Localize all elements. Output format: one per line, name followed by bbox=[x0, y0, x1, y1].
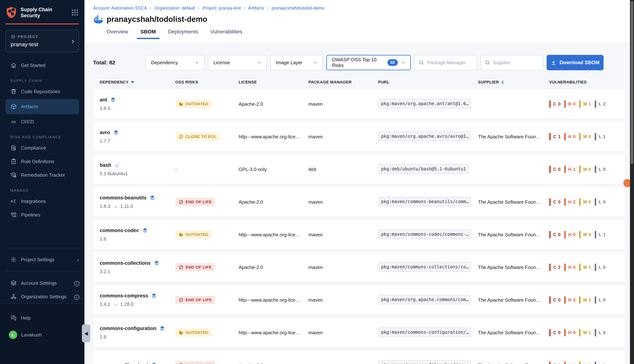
filter-count-badge: 02 bbox=[387, 59, 398, 66]
dependency-name: commons-compress bbox=[100, 293, 148, 299]
sidebar-item-organization-settings[interactable]: Organization Settings bbox=[0, 290, 85, 304]
oss-risk-badge: OUTDATED bbox=[175, 100, 212, 108]
table-row-ant[interactable]: ant 1.6.5 OUTDATED Apache-2.0 maven pkg:… bbox=[93, 89, 625, 119]
dependency-name: avro bbox=[100, 130, 110, 136]
tab-sbom[interactable]: SBOM bbox=[139, 29, 157, 39]
breadcrumb-link[interactable]: Project: pranay-test bbox=[203, 6, 241, 11]
breadcrumb-separator: › bbox=[150, 5, 151, 11]
oss-risk-cell: OUTDATED bbox=[175, 328, 239, 337]
filter-dropdown-license[interactable]: License bbox=[208, 55, 267, 70]
vulnerabilities-cell: C1H0M0L1 bbox=[549, 133, 625, 140]
column-label: OSS RISKS bbox=[175, 80, 198, 84]
column-header-supplier[interactable]: SUPPLIER bbox=[478, 80, 549, 84]
breadcrumb-link[interactable]: Artifacts bbox=[248, 6, 264, 11]
dependency-version: 3.2.1 bbox=[100, 269, 175, 274]
sidebar-item-remediation-tracker[interactable]: Remediation Tracker bbox=[0, 168, 85, 182]
purl-value[interactable]: pkg:maven/commons-collections/co… bbox=[378, 262, 471, 272]
dependency-name: bash bbox=[100, 162, 111, 168]
filter-dropdown-image-layer[interactable]: Image Layer bbox=[270, 55, 323, 70]
sidebar-item-help[interactable]: Help bbox=[0, 311, 85, 325]
sidebar-item-pipelines[interactable]: Pipelines bbox=[0, 208, 85, 222]
sidebar-item-account-settings[interactable]: Account Settings bbox=[0, 276, 85, 290]
license-cell: http---www.apache.org-lice… bbox=[239, 330, 308, 336]
oss-risk-cell: END OF LIFE bbox=[175, 198, 239, 206]
sidebar-item-ci-cd[interactable]: ∞CI/CD bbox=[0, 115, 85, 128]
dependency-cell: commons-compress 1.4.1→1.28.0 bbox=[100, 293, 175, 307]
sidebar-item-artifacts[interactable]: Artifacts bbox=[6, 99, 79, 114]
download-sbom-button[interactable]: Download SBOM bbox=[547, 55, 603, 70]
vulnerabilities-cell: C0H0M0L1 bbox=[549, 231, 625, 238]
table-row-bash[interactable]: bash 5.1-6ubuntu1 - GPL-3.0-only deb pkg… bbox=[93, 155, 625, 184]
table-row-avro[interactable]: avro 1.7.7 CLOSE TO EOL http---www.apach… bbox=[93, 122, 625, 151]
sbom-content: Total: 82 DependencyLicenseImage LayerOW… bbox=[85, 55, 634, 364]
vuln-count-low: L0 bbox=[595, 166, 605, 173]
table-row-commons-codec[interactable]: commons-codec 1.6 OUTDATED http---www.ap… bbox=[93, 220, 625, 249]
sidebar-section-label: RISK AND COMPLIANCE bbox=[0, 128, 85, 141]
app-window: Supply Chain Security PROJECT pranay-tes… bbox=[0, 0, 634, 364]
oss-risk-badge: OUTDATED bbox=[175, 230, 212, 239]
purl-value[interactable]: pkg:deb/ubuntu/bash@5.1-6ubuntu1 bbox=[378, 164, 469, 174]
dependency-cell: commons-fileupload bbox=[100, 362, 175, 364]
sidebar-item-compliance[interactable]: Compliance bbox=[0, 141, 85, 155]
sidebar-item-get-started[interactable]: Get Started bbox=[0, 58, 85, 72]
table-row-commons-beanutils[interactable]: commons-beanutils 1.8.3→1.11.0 END OF LI… bbox=[93, 187, 625, 217]
help-chat-icon bbox=[10, 315, 17, 321]
sidebar: Supply Chain Security PROJECT pranay-tes… bbox=[0, 0, 85, 364]
breadcrumb-link[interactable]: pranaycshah/todolist-demo bbox=[271, 6, 324, 11]
purl-cell: pkg:maven/org.apache.avro/avro@1… bbox=[378, 132, 478, 142]
breadcrumb-separator: › bbox=[267, 5, 269, 11]
license-cell: Apache-2.0 bbox=[239, 199, 308, 205]
sidebar-item-code-repositories[interactable]: Code Repositories bbox=[0, 85, 85, 98]
supplier-cell: The Apache Software Foun… bbox=[478, 232, 549, 238]
breadcrumb-link[interactable]: Organization: default bbox=[154, 6, 195, 11]
table-row-commons-compress[interactable]: commons-compress 1.4.1→1.28.0 END OF LIF… bbox=[93, 285, 625, 315]
dependency-version: 1.7.7 bbox=[100, 138, 175, 144]
column-label: VULNERABILITIES bbox=[549, 80, 587, 84]
table-row-commons-configuration[interactable]: commons-configuration 1.6 OUTDATED http-… bbox=[93, 318, 625, 347]
info-icon[interactable] bbox=[74, 294, 79, 300]
dependency-cell: commons-collections 3.2.1 bbox=[100, 260, 175, 274]
module-grid-icon[interactable] bbox=[71, 8, 79, 16]
sort-toggle-icon[interactable] bbox=[501, 80, 504, 84]
vuln-count-low: L1 bbox=[595, 231, 605, 238]
purl-value[interactable]: pkg:maven/commons-codec/commons-… bbox=[378, 230, 471, 239]
purl-cell: pkg:maven/commons-codec/commons-… bbox=[378, 230, 478, 240]
oss-risk-cell: END OF LIFE bbox=[175, 263, 239, 272]
filter-dropdown-owasp-oss-top-10-risks[interactable]: OWASP OSS Top 10 Risks02 bbox=[326, 55, 411, 70]
dependency-cell: avro 1.7.7 bbox=[100, 130, 175, 144]
purl-value[interactable]: pkg:maven/commons-configuration/… bbox=[378, 328, 471, 337]
dropdown-label: Image Layer bbox=[276, 60, 310, 66]
sidebar-item-integrations[interactable]: Integrations bbox=[0, 194, 85, 208]
sidebar-item-project-settings[interactable]: Project Settings› bbox=[0, 253, 85, 266]
page-scrollbar-thumb[interactable] bbox=[631, 1, 633, 164]
purl-value[interactable]: pkg:maven/org.apache.ant/ant@1.6… bbox=[378, 99, 471, 108]
brand-divider bbox=[6, 24, 79, 24]
license-cell: Apache-2.0 bbox=[239, 362, 308, 364]
sidebar-item-rule-definitions[interactable]: Rule Definitions bbox=[0, 155, 85, 168]
oss-risk-cell: OUTDATED bbox=[175, 230, 239, 239]
purl-value[interactable]: pkg:maven/commons-fileupload/com… bbox=[378, 360, 471, 364]
sidebar-nav: Get StartedSUPPLY CHAINCode Repositories… bbox=[0, 58, 85, 243]
column-header-dependency[interactable]: DEPENDENCY bbox=[100, 80, 175, 84]
dropdown-label: License bbox=[214, 60, 254, 66]
purl-value[interactable]: pkg:maven/commons-beanutils/comm… bbox=[378, 197, 471, 206]
tab-overview[interactable]: Overview bbox=[106, 29, 129, 39]
sidebar-item-label: Remediation Tracker bbox=[21, 172, 65, 178]
sidebar-item-label: Rule Definitions bbox=[21, 159, 54, 164]
table-row-commons-fileupload[interactable]: commons-fileupload END OF LIFE Apache-2.… bbox=[93, 350, 625, 364]
breadcrumb-link[interactable]: Account: Automation-SSCA bbox=[93, 6, 147, 11]
sort-desc-icon[interactable] bbox=[131, 81, 134, 83]
vuln-count-high: H1 bbox=[564, 166, 576, 173]
info-icon[interactable] bbox=[74, 280, 79, 286]
vuln-count-critical: C0 bbox=[549, 166, 560, 173]
filter-dropdown-dependency[interactable]: Dependency bbox=[146, 55, 204, 70]
oss-risk-none: - bbox=[175, 166, 177, 172]
project-selector[interactable]: PROJECT pranay-test › bbox=[6, 30, 79, 52]
table-row-commons-collections[interactable]: commons-collections 3.2.1 END OF LIFE Ap… bbox=[93, 253, 625, 282]
tab-vulnerabilities[interactable]: Vulnerabilities bbox=[209, 29, 243, 39]
tab-deployments[interactable]: Deployments bbox=[167, 29, 199, 39]
purl-value[interactable]: pkg:maven/org.apache.commons/com… bbox=[378, 295, 471, 304]
purl-value[interactable]: pkg:maven/org.apache.avro/avro@1… bbox=[378, 132, 471, 141]
user-menu[interactable]: L Lavakush bbox=[0, 328, 85, 342]
sidebar-collapse-handle[interactable]: ◀ bbox=[82, 324, 90, 342]
